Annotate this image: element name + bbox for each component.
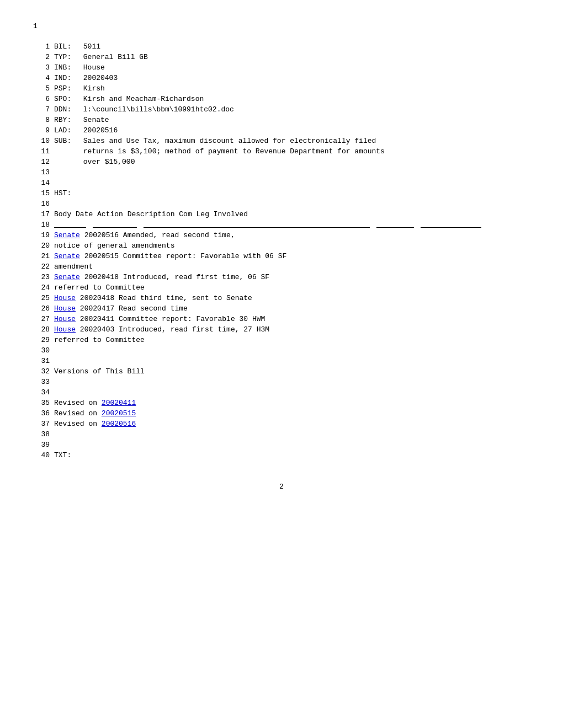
- line-num-10: 10: [33, 136, 50, 146]
- line-num-32: 32: [33, 366, 50, 377]
- sub-value-1: Sales and Use Tax, maximum discount allo…: [83, 137, 376, 145]
- version-link-36[interactable]: 20020515: [102, 409, 136, 417]
- empty-line-16: 16: [33, 199, 530, 209]
- page-number-bottom: 2: [33, 483, 530, 491]
- hist-action-29: referred to Committee: [54, 336, 145, 344]
- hist-action-22: amendment: [54, 263, 93, 271]
- versions-title-line: 32 Versions of This Bill: [33, 366, 530, 377]
- hist-action-27: Committee report: Favorable: [119, 315, 235, 323]
- txt-line: 40 TXT:: [33, 450, 530, 461]
- house-link-27[interactable]: House: [54, 315, 76, 323]
- house-link-25[interactable]: House: [54, 294, 76, 302]
- hist-action-25: Read third time, sent to Senate: [119, 294, 252, 302]
- line-num-36: 36: [33, 408, 50, 419]
- line-num-28: 28: [33, 324, 50, 335]
- col-header-leg: Leg Involved: [196, 210, 248, 218]
- hist-com-28: 27 H3M: [243, 325, 269, 334]
- history-row-19: 19 Senate 20020516 Amended, read second …: [33, 230, 530, 240]
- history-row-24: 24 referred to Committee: [33, 282, 530, 293]
- hist-com-21: 06 SF: [265, 252, 286, 260]
- hist-com-23: 06 SF: [248, 273, 269, 281]
- hist-date-19: 20020516: [84, 231, 119, 239]
- house-link-28[interactable]: House: [54, 325, 76, 334]
- divider-line-18: 18: [33, 220, 530, 230]
- psp-value: Kirsh: [83, 84, 105, 93]
- line-num-2: 2: [33, 52, 50, 62]
- sub-label: SUB:: [54, 136, 79, 146]
- line-num-9: 9: [33, 125, 50, 136]
- line-num-24: 24: [33, 282, 50, 293]
- ind-label: IND:: [54, 73, 79, 83]
- senate-link-19[interactable]: Senate: [54, 231, 80, 239]
- line-num-19: 19: [33, 230, 50, 240]
- hist-date-26: 20020417: [80, 304, 114, 313]
- house-link-26[interactable]: House: [54, 304, 76, 313]
- hist-date-28: 20020403: [80, 325, 114, 334]
- col-header-date: Date: [76, 210, 93, 218]
- ddn-label: DDN:: [54, 104, 79, 115]
- sub-value-2: returns is $3,100; method of payment to …: [83, 147, 385, 156]
- line-num-25: 25: [33, 293, 50, 303]
- version-link-37[interactable]: 20020516: [102, 420, 136, 428]
- hist-action-19: Amended, read second time,: [123, 231, 235, 239]
- line-num-22: 22: [33, 261, 50, 272]
- div-date: [93, 227, 137, 228]
- hist-com-27: 30 HWM: [240, 315, 265, 323]
- spo-label: SPO:: [54, 94, 79, 104]
- history-row-26: 26 House 20020417 Read second time: [33, 303, 530, 314]
- hist-action-20: notice of general amendments: [54, 242, 174, 250]
- empty-line-33: 33: [33, 377, 530, 387]
- rby-line: 8 RBY: Senate: [33, 115, 530, 125]
- empty-line-38: 38: [33, 429, 530, 440]
- hist-body-19: Senate: [54, 231, 80, 239]
- empty-line-14: 14: [33, 178, 530, 188]
- empty-line-34: 34: [33, 387, 530, 398]
- line-num-37: 37: [33, 419, 50, 429]
- rby-value: Senate: [83, 116, 109, 124]
- senate-link-23[interactable]: Senate: [54, 273, 80, 281]
- version-link-35[interactable]: 20020411: [102, 399, 136, 407]
- sub-value-3: over $15,000: [83, 158, 135, 166]
- line-num-23: 23: [33, 272, 50, 282]
- line-num-1: 1: [33, 41, 50, 52]
- line-num-27: 27: [33, 314, 50, 324]
- div-body: [54, 227, 86, 228]
- div-com: [376, 227, 414, 228]
- version-line-36: 36 Revised on 20020515: [33, 408, 530, 419]
- inb-value: House: [83, 63, 105, 72]
- ind-value: 20020403: [83, 74, 118, 82]
- line-num-40: 40: [33, 450, 50, 461]
- hist-body-23: Senate: [54, 273, 80, 281]
- version-line-37: 37 Revised on 20020516: [33, 419, 530, 429]
- history-row-29: 29 referred to Committee: [33, 335, 530, 345]
- empty-line-13: 13: [33, 167, 530, 178]
- history-row-22: 22 amendment: [33, 261, 530, 272]
- line-num-29: 29: [33, 335, 50, 345]
- hist-body-26: House: [54, 304, 76, 313]
- empty-line-39: 39: [33, 440, 530, 450]
- history-row-23: 23 Senate 20020418 Introduced, read firs…: [33, 272, 530, 282]
- div-leg: [421, 227, 481, 228]
- ind-line: 4 IND: 20020403: [33, 73, 530, 83]
- version-line-35: 35 Revised on 20020411: [33, 398, 530, 408]
- sub-line-3: 12 over $15,000: [33, 157, 530, 167]
- line-num-6: 6: [33, 94, 50, 104]
- hist-date-25: 20020418: [80, 294, 114, 302]
- line-num-4: 4: [33, 73, 50, 83]
- spo-line: 6 SPO: Kirsh and Meacham-Richardson: [33, 94, 530, 104]
- typ-label: TYP:: [54, 52, 79, 62]
- line-num-21: 21: [33, 251, 50, 261]
- col-header-action: Action Description: [97, 210, 174, 218]
- bil-label: BIL:: [54, 41, 79, 52]
- history-row-28: 28 House 20020403 Introduced, read first…: [33, 324, 530, 335]
- line-num-20: 20: [33, 240, 50, 251]
- line-num-7: 7: [33, 104, 50, 115]
- ddn-value: l:\council\bills\bbm\10991htc02.doc: [83, 105, 234, 114]
- empty-line-31: 31: [33, 356, 530, 366]
- senate-link-21[interactable]: Senate: [54, 252, 80, 260]
- line-num-3: 3: [33, 62, 50, 73]
- hist-date-27: 20020411: [80, 315, 114, 323]
- hist-action-23: Introduced, read first time,: [123, 273, 243, 281]
- hist-body-25: House: [54, 294, 76, 302]
- psp-label: PSP:: [54, 83, 79, 94]
